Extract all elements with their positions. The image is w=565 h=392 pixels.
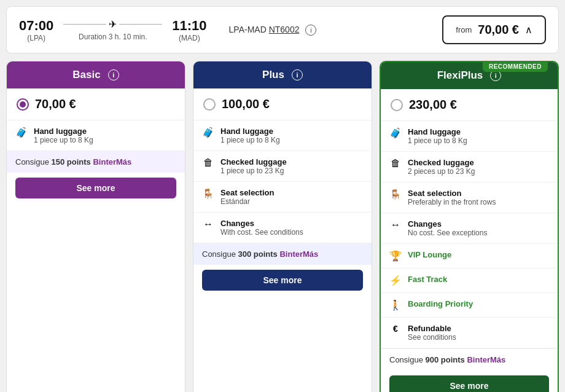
plus-changes-icon: ↔	[202, 219, 214, 230]
flexi-checked-luggage: 🗑 Checked luggage 2 pieces up to 23 Kg	[381, 152, 558, 182]
flexi-checked-title: Checked luggage	[408, 158, 475, 167]
price-summary-box[interactable]: from 70,00 € ∧	[442, 15, 546, 44]
flexi-fasttrack-icon: ⚡	[389, 275, 402, 286]
flight-number[interactable]: NT6002	[269, 25, 300, 34]
flexi-changes-icon: ↔	[389, 219, 402, 230]
basic-points-row: Consigue 150 points BinterMás	[7, 151, 185, 173]
flexi-refundable-title: Refundable	[408, 324, 456, 333]
flexi-title: FlexiPlus	[437, 69, 483, 82]
flexi-hand-luggage: 🧳 Hand luggage 1 piece up to 8 Kg	[381, 121, 558, 152]
flight-info-icon[interactable]: i	[305, 25, 316, 36]
flight-header: 07:00 (LPA) ✈ Duration 3 h. 10 min. 11:1…	[6, 6, 559, 53]
plus-changes: ↔ Changes With cost. See conditions	[193, 213, 372, 243]
basic-features: 🧳 Hand luggage 1 piece up to 8 Kg Consig…	[7, 120, 185, 198]
plus-checked-luggage: 🗑 Checked luggage 1 piece up to 23 Kg	[193, 151, 372, 182]
plus-checked-title: Checked luggage	[220, 157, 287, 167]
flexi-see-more-btn[interactable]: See more	[389, 375, 549, 392]
flexi-boarding: 🚶 Boarding Priority	[381, 293, 558, 318]
basic-header: Basic i	[7, 61, 185, 88]
flexi-seat: 🪑 Seat selection Preferably in the front…	[381, 182, 558, 213]
basic-info-icon[interactable]: i	[108, 69, 119, 80]
departure-airport: (LPA)	[19, 34, 53, 42]
plus-seat-sub: Estándar	[220, 197, 274, 206]
plus-luggage-icon: 🧳	[202, 127, 214, 138]
flexi-boarding-icon: 🚶	[389, 299, 402, 311]
main-container: 07:00 (LPA) ✈ Duration 3 h. 10 min. 11:1…	[0, 0, 565, 392]
plus-info-icon[interactable]: i	[292, 69, 303, 80]
flexi-checked-sub: 2 pieces up to 23 Kg	[408, 167, 475, 176]
plus-see-more-btn[interactable]: See more	[202, 270, 363, 291]
fare-columns: Basic i 70,00 € 🧳 Hand luggage 1 piece u…	[6, 61, 559, 392]
flight-info: 07:00 (LPA) ✈ Duration 3 h. 10 min. 11:1…	[19, 18, 316, 42]
flexi-refundable-icon: €	[389, 324, 402, 334]
flexi-checked-icon: 🗑	[389, 158, 402, 169]
arrow-line: ✈	[63, 18, 162, 30]
plus-seat-title: Seat selection	[220, 188, 274, 197]
chevron-up-icon: ∧	[525, 24, 532, 36]
flexi-boarding-title: Boarding Priority	[408, 299, 473, 308]
flexi-seat-title: Seat selection	[408, 189, 496, 198]
flexi-vip: 🏆 VIP Lounge	[381, 244, 558, 269]
basic-price-row[interactable]: 70,00 €	[7, 88, 185, 120]
arrival-block: 11:10 (MAD)	[172, 18, 206, 42]
flexi-seat-icon: 🪑	[389, 189, 402, 200]
flexi-seat-sub: Preferably in the front rows	[408, 198, 496, 206]
flexi-radio[interactable]	[391, 99, 403, 111]
plus-hand-title: Hand luggage	[220, 127, 280, 136]
flight-arrow: ✈ Duration 3 h. 10 min.	[63, 18, 162, 41]
flexi-features: 🧳 Hand luggage 1 piece up to 8 Kg 🗑 Chec…	[381, 121, 558, 392]
flexi-hand-icon: 🧳	[389, 127, 402, 139]
plus-changes-title: Changes	[220, 219, 303, 228]
flexi-refundable: € Refundable See conditions	[381, 318, 558, 348]
flexi-price-row[interactable]: 230,00 €	[381, 89, 558, 121]
flexi-price: 230,00 €	[409, 98, 457, 112]
luggage-icon: 🧳	[15, 127, 28, 138]
hand-luggage-title: Hand luggage	[34, 127, 93, 136]
plus-points-row: Consigue 300 points BinterMás	[193, 243, 372, 265]
basic-title: Basic	[72, 69, 100, 81]
from-label: from	[456, 25, 472, 34]
hand-luggage-sub: 1 piece up to 8 Kg	[34, 136, 93, 144]
flexi-hand-sub: 1 piece up to 8 Kg	[408, 136, 467, 145]
flexi-changes: ↔ Changes No cost. See exceptions	[381, 213, 558, 244]
flexi-vip-title: VIP Lounge	[408, 250, 451, 259]
plus-title: Plus	[262, 69, 284, 81]
plus-changes-sub: With cost. See conditions	[220, 228, 303, 237]
basic-hand-luggage: 🧳 Hand luggage 1 piece up to 8 Kg	[7, 120, 185, 151]
plane-icon: ✈	[109, 18, 117, 30]
plus-radio[interactable]	[203, 98, 216, 111]
basic-radio[interactable]	[17, 98, 29, 111]
flexi-changes-title: Changes	[408, 219, 487, 229]
basic-see-more-btn[interactable]: See more	[15, 178, 176, 198]
departure-block: 07:00 (LPA)	[19, 18, 53, 42]
basic-price: 70,00 €	[35, 97, 76, 111]
plus-price: 100,00 €	[222, 97, 270, 111]
flexi-hand-title: Hand luggage	[408, 127, 467, 136]
plus-features: 🧳 Hand luggage 1 piece up to 8 Kg 🗑 Chec…	[193, 120, 372, 291]
flexi-fasttrack-title: Fast Track	[408, 275, 447, 284]
flexi-changes-sub: No cost. See exceptions	[408, 229, 487, 237]
plus-header: Plus i	[193, 61, 372, 88]
plus-seat: 🪑 Seat selection Estándar	[193, 182, 372, 213]
fare-card-basic: Basic i 70,00 € 🧳 Hand luggage 1 piece u…	[6, 61, 185, 392]
flexi-fast-track: ⚡ Fast Track	[381, 269, 558, 293]
plus-hand-luggage: 🧳 Hand luggage 1 piece up to 8 Kg	[193, 120, 372, 151]
fare-card-flexi: RECOMMENDED FlexiPlus i 230,00 € 🧳 Hand …	[380, 61, 559, 392]
plus-checked-icon: 🗑	[202, 157, 214, 168]
route-label: LPA-MAD	[229, 25, 267, 34]
arrival-airport: (MAD)	[172, 34, 206, 42]
fare-card-plus: Plus i 100,00 € 🧳 Hand luggage 1 piece u…	[193, 61, 372, 392]
flexi-vip-icon: 🏆	[389, 250, 402, 262]
route-info: LPA-MAD NT6002 i	[229, 25, 317, 36]
flexi-points-row: Consigue 900 points BinterMás	[381, 348, 558, 370]
plus-hand-sub: 1 piece up to 8 Kg	[220, 136, 280, 144]
arrival-time: 11:10	[172, 18, 206, 34]
header-price: 70,00 €	[478, 23, 519, 37]
flight-duration: Duration 3 h. 10 min.	[79, 33, 147, 41]
plus-checked-sub: 1 piece up to 23 Kg	[220, 167, 287, 175]
recommended-badge: RECOMMENDED	[483, 61, 548, 72]
plus-price-row[interactable]: 100,00 €	[193, 88, 372, 120]
departure-time: 07:00	[19, 18, 53, 34]
plus-seat-icon: 🪑	[202, 188, 214, 200]
flexi-refundable-sub: See conditions	[408, 333, 456, 342]
